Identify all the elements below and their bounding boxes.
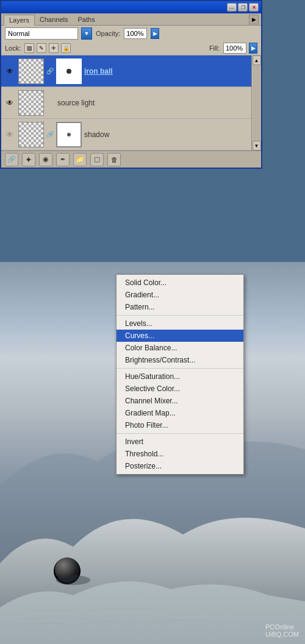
- layer-visibility-source-light[interactable]: 👁: [4, 97, 16, 109]
- menu-section-levels: Levels... Curves... Color Balance... Bri…: [117, 316, 243, 369]
- layer-name-source-light: source light: [57, 99, 259, 107]
- scroll-up-arrow[interactable]: ▲: [253, 55, 261, 65]
- menu-item-channel-mixer[interactable]: Channel Mixer...: [117, 395, 243, 407]
- watermark: PCOnline UiBQ.COM: [265, 623, 299, 638]
- link-layers-button[interactable]: 🔗: [5, 153, 18, 166]
- blend-mode-arrow[interactable]: ▼: [81, 27, 92, 40]
- blend-mode-row: Normal ▼ Opacity: 100% ▶: [1, 26, 261, 41]
- layer-item-iron-ball[interactable]: 👁 🔗 iron ball: [1, 55, 261, 87]
- layers-toolbar: 🔗 ✦ ◉ ✒ 📁 ▢ 🗑: [1, 150, 261, 168]
- tab-layers[interactable]: Layers: [4, 15, 35, 26]
- fill-label: Fill:: [209, 44, 220, 52]
- fill-arrow[interactable]: ▶: [249, 43, 257, 54]
- layers-scrollbar[interactable]: ▲ ▼: [251, 55, 261, 150]
- layer-visibility-shadow[interactable]: 👁: [4, 129, 16, 141]
- opacity-label: Opacity:: [96, 30, 120, 37]
- restore-button[interactable]: ❐: [238, 3, 248, 12]
- lock-row: Lock: ▨ ✎ ✛ 🔒 Fill: 100% ▶: [1, 41, 261, 55]
- menu-item-color-balance[interactable]: Color Balance...: [117, 342, 243, 354]
- menu-item-solid-color[interactable]: Solid Color...: [117, 277, 243, 289]
- tab-paths[interactable]: Paths: [73, 15, 100, 25]
- layers-panel: — ❐ ✕ Layers Channels Paths ▶ Normal ▼ O…: [0, 0, 262, 169]
- layer-name-iron-ball: iron ball: [84, 67, 259, 76]
- menu-section-fill: Solid Color... Gradient... Pattern...: [117, 275, 243, 316]
- layer-mask-button[interactable]: ◉: [39, 153, 52, 166]
- menu-item-invert[interactable]: Invert: [117, 436, 243, 448]
- layers-list: 👁 🔗 iron ball 👁 source light 👁 🔗 shado: [1, 55, 261, 150]
- lock-image-icon[interactable]: ✎: [37, 43, 46, 53]
- title-bar-controls: — ❐ ✕: [227, 3, 259, 12]
- lock-label: Lock:: [5, 44, 21, 52]
- layer-effects-button[interactable]: ✦: [22, 153, 35, 166]
- menu-item-pattern[interactable]: Pattern...: [117, 301, 243, 313]
- layer-mask-iron-ball: [56, 58, 82, 84]
- fill-input[interactable]: 100%: [223, 43, 246, 54]
- layer-item-shadow[interactable]: 👁 🔗 shadow: [1, 119, 261, 150]
- layer-visibility-iron-ball[interactable]: 👁: [4, 65, 16, 77]
- menu-item-threshold[interactable]: Threshold...: [117, 448, 243, 460]
- menu-section-color: Hue/Saturation... Selective Color... Cha…: [117, 369, 243, 434]
- close-button[interactable]: ✕: [249, 3, 259, 12]
- menu-item-curves[interactable]: Curves...: [117, 330, 243, 342]
- layer-link-icon-shadow: 🔗: [46, 131, 54, 138]
- title-bar: — ❐ ✕: [1, 1, 261, 13]
- menu-item-brightness-contrast[interactable]: Brightness/Contrast...: [117, 354, 243, 366]
- photo-section: Solid Color... Gradient... Pattern... Le…: [0, 262, 305, 644]
- new-group-button[interactable]: 📁: [73, 153, 87, 166]
- svg-point-3: [56, 575, 90, 585]
- blend-mode-select[interactable]: Normal: [5, 27, 78, 40]
- mask-dot-iron-ball: [66, 69, 71, 74]
- lock-position-icon[interactable]: ✛: [49, 43, 59, 53]
- tab-channels[interactable]: Channels: [35, 15, 73, 25]
- mask-dot-shadow: [67, 133, 71, 136]
- scroll-down-arrow[interactable]: ▼: [253, 141, 261, 150]
- panel-menu-arrow[interactable]: ▶: [249, 15, 259, 24]
- minimize-button[interactable]: —: [227, 3, 237, 12]
- photo-background: Solid Color... Gradient... Pattern... Le…: [0, 262, 305, 644]
- new-layer-button[interactable]: ▢: [90, 153, 104, 166]
- menu-item-photo-filter[interactable]: Photo Filter...: [117, 419, 243, 431]
- menu-item-gradient[interactable]: Gradient...: [117, 289, 243, 301]
- delete-layer-button[interactable]: 🗑: [107, 153, 121, 166]
- context-menu: Solid Color... Gradient... Pattern... Le…: [116, 274, 244, 475]
- menu-item-selective-color[interactable]: Selective Color...: [117, 383, 243, 395]
- scroll-track[interactable]: [253, 65, 261, 141]
- layer-link-icon-iron-ball: 🔗: [46, 68, 54, 75]
- opacity-arrow[interactable]: ▶: [151, 28, 159, 39]
- lock-transparent-icon[interactable]: ▨: [24, 43, 34, 53]
- layer-name-shadow: shadow: [84, 130, 259, 139]
- panel-tabs: Layers Channels Paths ▶: [1, 13, 261, 26]
- layer-mask-shadow: [56, 122, 82, 147]
- menu-section-other: Invert Threshold... Posterize...: [117, 434, 243, 474]
- layer-thumb-source-light: [18, 90, 44, 116]
- menu-item-levels[interactable]: Levels...: [117, 317, 243, 330]
- opacity-input[interactable]: 100%: [124, 28, 147, 39]
- layer-item-source-light[interactable]: 👁 source light: [1, 87, 261, 119]
- lock-all-icon[interactable]: 🔒: [61, 43, 71, 53]
- menu-item-gradient-map[interactable]: Gradient Map...: [117, 407, 243, 419]
- menu-item-hue-saturation[interactable]: Hue/Saturation...: [117, 370, 243, 383]
- menu-item-posterize[interactable]: Posterize...: [117, 460, 243, 472]
- layer-thumb-iron-ball: [18, 58, 44, 84]
- fill-layer-button[interactable]: ✒: [56, 153, 70, 166]
- layer-thumb-shadow: [18, 122, 44, 147]
